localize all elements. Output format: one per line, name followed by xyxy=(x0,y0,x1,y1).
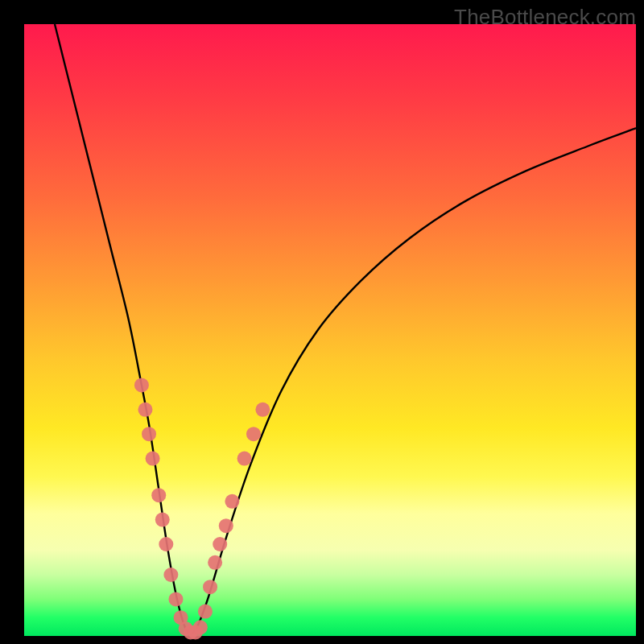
sample-dot xyxy=(219,518,233,533)
sample-dot xyxy=(146,452,160,466)
sample-dot xyxy=(225,494,239,509)
bottleneck-curve xyxy=(55,24,636,634)
chart-frame: TheBottleneck.com xyxy=(0,0,644,644)
sample-dot xyxy=(198,605,213,619)
sample-dot xyxy=(138,402,152,417)
sample-dot xyxy=(159,537,173,551)
sample-dot xyxy=(255,402,270,417)
sample-dot xyxy=(203,580,217,594)
sample-dots xyxy=(134,378,270,639)
watermark-text: TheBottleneck.com xyxy=(454,5,636,30)
sample-dot xyxy=(213,537,227,551)
sample-dot xyxy=(193,620,208,634)
sample-dot xyxy=(142,427,156,441)
sample-dot xyxy=(208,555,222,570)
sample-dot xyxy=(237,452,252,466)
sample-dot xyxy=(134,378,149,392)
sample-dot xyxy=(246,427,261,441)
sample-dot xyxy=(168,592,183,606)
sample-dot xyxy=(151,488,166,502)
sample-dot xyxy=(155,513,170,527)
plot-area xyxy=(24,24,636,636)
sample-dot xyxy=(163,568,178,582)
curve-svg xyxy=(24,24,636,636)
